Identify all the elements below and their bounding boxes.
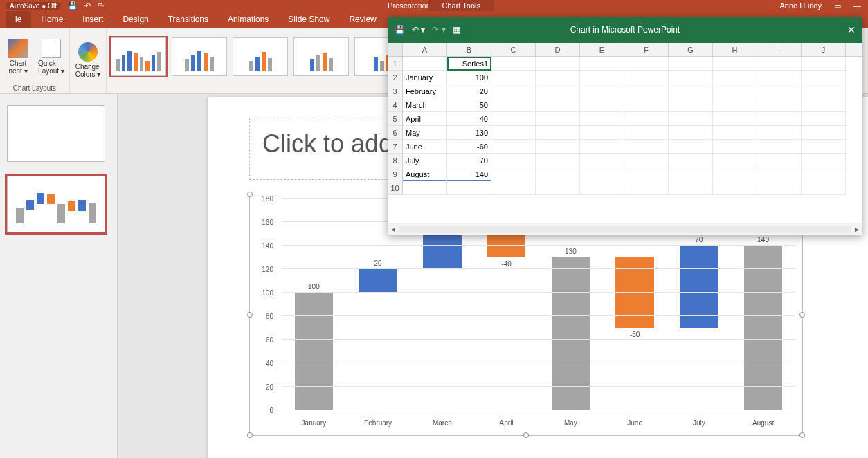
tab-transitions[interactable]: Transitions [159,11,218,28]
cell[interactable] [713,71,757,84]
tab-review[interactable]: Review [339,11,386,28]
cell[interactable] [757,140,802,154]
column-header[interactable]: H [713,43,757,56]
cell[interactable] [802,98,846,112]
row-header[interactable]: 1 [388,57,403,71]
cell[interactable] [447,181,491,195]
cell[interactable] [802,57,846,71]
chart-bar[interactable] [359,269,397,293]
close-icon[interactable]: ✕ [847,24,856,35]
tab-home[interactable]: Home [31,11,73,28]
chart-style-2[interactable] [172,37,227,76]
cell[interactable] [580,84,624,98]
edit-data-icon[interactable]: ▦ [453,25,460,35]
cell[interactable] [491,181,536,195]
chart-data-window[interactable]: 💾 ↶ ▾ ↷ ▾ ▦ Chart in Microsoft PowerPoin… [388,17,862,235]
cell[interactable] [757,126,802,140]
resize-handle[interactable] [523,432,529,438]
chart-style-4[interactable] [293,37,349,76]
cell[interactable] [491,98,536,112]
scroll-left-icon[interactable]: ◄ [388,226,399,233]
column-header[interactable]: G [669,43,713,56]
cell[interactable] [580,98,624,112]
redo-icon[interactable]: ↷ ▾ [432,25,445,35]
cell[interactable] [713,57,757,71]
save-icon[interactable]: 💾 [395,25,405,35]
cell[interactable] [802,181,846,195]
cell[interactable] [624,84,669,98]
cell[interactable] [669,84,713,98]
cell[interactable]: May [403,126,447,140]
chart-bar[interactable] [295,293,334,410]
quick-layout-button[interactable]: Quick Layout ▾ [36,37,66,76]
cell[interactable] [491,126,536,140]
cell[interactable] [669,181,713,195]
column-header[interactable]: E [580,43,624,56]
sheet-row[interactable]: 5April-40 [388,112,862,126]
tab-slideshow[interactable]: Slide Show [278,11,339,28]
cell[interactable]: August [403,167,447,181]
minimize-icon[interactable]: — [853,1,861,10]
cell[interactable] [536,126,580,140]
autosave-toggle[interactable]: AutoSave ● Off [6,2,61,10]
sheet-row[interactable]: 1Series1 [388,57,862,71]
column-header[interactable]: J [802,43,846,56]
cell[interactable] [624,126,669,140]
cell[interactable] [757,71,802,84]
cell[interactable] [713,98,757,112]
resize-handle[interactable] [799,312,805,318]
cell[interactable]: April [403,112,447,126]
cell[interactable]: March [403,98,447,112]
select-all-corner[interactable] [388,43,403,56]
cell[interactable] [757,181,802,195]
cell[interactable]: Series1 [447,57,491,71]
cell[interactable]: January [403,71,447,84]
cell[interactable] [580,167,624,181]
cell[interactable] [491,57,536,71]
row-header[interactable]: 8 [388,154,403,167]
cell[interactable] [624,154,669,167]
cell[interactable] [713,84,757,98]
cell[interactable] [491,112,536,126]
cell[interactable] [491,140,536,154]
sheet-row[interactable]: 4March50 [388,98,862,112]
slide-thumb-1[interactable] [7,105,105,162]
cell[interactable] [713,126,757,140]
cell[interactable] [802,167,846,181]
cell[interactable] [403,57,447,71]
cell[interactable] [624,140,669,154]
cell[interactable] [802,112,846,126]
sheet-row[interactable]: 8July70 [388,154,862,167]
cell[interactable] [802,71,846,84]
undo-icon[interactable]: ↶ ▾ [412,25,425,35]
redo-icon[interactable]: ↷ [98,1,104,10]
cell[interactable] [757,167,802,181]
cell[interactable] [624,167,669,181]
cell[interactable] [802,140,846,154]
cell[interactable] [624,181,669,195]
cell[interactable] [536,98,580,112]
row-header[interactable]: 3 [388,84,403,98]
cell[interactable] [757,84,802,98]
cell[interactable] [802,126,846,140]
cell[interactable] [403,181,447,195]
resize-handle[interactable] [247,192,253,197]
cell[interactable]: 20 [447,84,491,98]
cell[interactable]: 50 [447,98,491,112]
cell[interactable] [669,140,713,154]
cell[interactable] [757,98,802,112]
cell[interactable]: 140 [447,167,491,181]
cell[interactable]: 130 [447,126,491,140]
chart-bar[interactable] [552,257,590,410]
row-header[interactable]: 5 [388,112,403,126]
cell[interactable] [624,98,669,112]
cell[interactable] [536,181,580,195]
cell[interactable]: July [403,154,447,167]
cell[interactable] [669,126,713,140]
cell[interactable] [580,71,624,84]
cell[interactable] [669,154,713,167]
cell[interactable]: June [403,140,447,154]
ribbon-options-icon[interactable]: ▭ [834,1,841,10]
sheet-title-bar[interactable]: 💾 ↶ ▾ ↷ ▾ ▦ Chart in Microsoft PowerPoin… [388,17,862,43]
cell[interactable] [802,154,846,167]
